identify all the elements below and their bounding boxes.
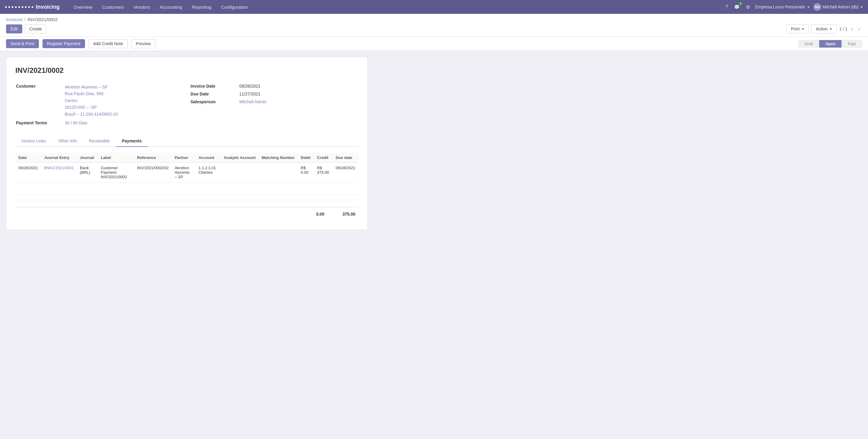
- meta-left: Customer Akretion Aluminio – SP Rua Paul…: [16, 82, 184, 127]
- cell-matching-number: [258, 162, 298, 182]
- tab-receivable[interactable]: Receivable: [83, 135, 116, 147]
- col-analytic-account: Analytic Account: [221, 153, 258, 163]
- company-name: Empresa Lucro Presumido: [755, 4, 805, 9]
- cell-journal: Bank (BRL): [77, 162, 98, 182]
- cell-date: 09/28/2021: [16, 162, 41, 182]
- settings-icon[interactable]: ⚙: [745, 3, 751, 11]
- col-debit: Debit: [298, 153, 314, 163]
- due-date-label: Due Date: [190, 90, 239, 98]
- customer-name-link[interactable]: Akretion Aluminio – SP: [65, 85, 107, 90]
- status-draft: Draft: [798, 40, 819, 47]
- debit-total: 0.00: [316, 212, 324, 216]
- prev-page-button[interactable]: ‹: [849, 25, 855, 33]
- page-indicator: 1 / 1: [839, 27, 847, 31]
- main-menu: Overview Customers Vendors Accounting Re…: [69, 3, 724, 11]
- topnav: Invoicing Overview Customers Vendors Acc…: [0, 0, 868, 14]
- user-avatar: MA: [813, 3, 821, 11]
- create-button[interactable]: Create: [25, 24, 46, 33]
- nav-customers[interactable]: Customers: [98, 3, 128, 11]
- tab-other-info[interactable]: Other Info: [52, 135, 83, 147]
- chat-badge: 1: [738, 2, 742, 5]
- col-account: Account: [195, 153, 221, 163]
- cell-partner: Akretion Aluminio – SP: [172, 162, 195, 182]
- pagination: 1 / 1 ‹ ›: [839, 25, 862, 33]
- cell-debit: R$ 0.00: [298, 162, 314, 182]
- totals-row: 0.00 375.00: [16, 207, 358, 221]
- invoice-date-value: 09/28/2021: [239, 82, 358, 90]
- customer-value: Akretion Aluminio – SP Rua Paulo Dias, 5…: [65, 82, 183, 119]
- col-journal-entry: Journal Entry: [41, 153, 77, 163]
- nav-accounting[interactable]: Accounting: [156, 3, 186, 11]
- company-selector[interactable]: Empresa Lucro Presumido ▼: [755, 4, 810, 9]
- tab-payments[interactable]: Payments: [116, 135, 148, 147]
- add-credit-note-button[interactable]: Add Credit Note: [89, 39, 128, 48]
- payments-table: Date Journal Entry Journal Label Referen…: [16, 153, 358, 182]
- col-label: Label: [98, 153, 134, 163]
- user-caret: ▼: [860, 5, 863, 9]
- due-date-value: 11/27/2021: [239, 90, 358, 98]
- company-caret: ▼: [807, 5, 810, 9]
- invoice-card: INV/2021/0002 Customer Akretion Aluminio…: [6, 57, 368, 230]
- col-credit: Credit: [314, 153, 333, 163]
- dates-table: Invoice Date 09/28/2021 Due Date 11/27/2…: [190, 82, 358, 106]
- action-button[interactable]: Action ▼: [811, 24, 837, 33]
- cell-reference: INV/2021/0002/02: [134, 162, 172, 182]
- customer-addr2: Centro: [65, 98, 78, 103]
- customer-addr3: 18125-000 – -SP: [65, 105, 97, 110]
- next-page-button[interactable]: ›: [857, 25, 862, 33]
- salesperson-value: Mitchell Admin: [239, 98, 358, 105]
- print-caret: ▼: [801, 27, 804, 31]
- edit-button[interactable]: Edit: [6, 24, 22, 33]
- status-bar: Send & Print Register Payment Add Credit…: [0, 37, 868, 51]
- topnav-right: ? 💬1 ⚙ Empresa Lucro Presumido ▼ MA Mitc…: [724, 3, 863, 11]
- salesperson-label: Salesperson: [190, 98, 239, 105]
- send-print-button[interactable]: Send & Print: [6, 39, 39, 48]
- user-menu[interactable]: MA Mitchell Admin (db) ▼: [813, 3, 863, 11]
- nav-overview[interactable]: Overview: [69, 3, 97, 11]
- col-journal: Journal: [77, 153, 98, 163]
- breadcrumb-parent[interactable]: Invoices: [6, 17, 23, 22]
- register-payment-button[interactable]: Register Payment: [42, 39, 85, 48]
- table-divider: [16, 195, 358, 195]
- salesperson-link[interactable]: Mitchell Admin: [239, 99, 267, 104]
- main-content: INV/2021/0002 Customer Akretion Aluminio…: [0, 51, 868, 236]
- customer-addr1: Rua Paulo Dias, 586: [65, 91, 103, 96]
- meta-right: Invoice Date 09/28/2021 Due Date 11/27/2…: [190, 82, 358, 127]
- toolbar: Edit Create Print ▼ Action ▼ 1 / 1 ‹ ›: [6, 24, 862, 33]
- print-button[interactable]: Print ▼: [786, 24, 809, 33]
- col-date: Date: [16, 153, 41, 163]
- cell-account: 1.1.2.1.01 Clientes: [195, 162, 221, 182]
- col-reference: Reference: [134, 153, 172, 163]
- col-partner: Partner: [172, 153, 195, 163]
- invoice-date-label: Invoice Date: [190, 82, 239, 90]
- payment-terms-link[interactable]: 30 / 60 Dias: [65, 121, 87, 125]
- table-row: 09/28/2021 BNK1/2021/0001 Bank (BRL) Cus…: [16, 162, 358, 182]
- preview-button[interactable]: Preview: [131, 39, 156, 48]
- breadcrumb-current: INV/2021/0002: [27, 17, 58, 22]
- nav-reporting[interactable]: Reporting: [187, 3, 216, 11]
- cell-journal-entry: BNK1/2021/0001: [41, 162, 77, 182]
- customer-table: Customer Akretion Aluminio – SP Rua Paul…: [16, 82, 184, 127]
- nav-vendors[interactable]: Vendors: [129, 3, 154, 11]
- invoice-number: INV/2021/0002: [16, 66, 358, 75]
- nav-configuration[interactable]: Configuration: [217, 3, 252, 11]
- breadcrumb-sep: /: [24, 17, 26, 22]
- chat-icon[interactable]: 💬1: [733, 3, 741, 11]
- credit-total: 375.00: [342, 212, 355, 216]
- action-caret: ▼: [830, 27, 832, 31]
- tab-invoice-lines[interactable]: Invoice Lines: [16, 135, 52, 147]
- status-steps: Draft Open Paid: [798, 40, 862, 47]
- cell-analytic-account: [221, 162, 258, 182]
- breadcrumb: Invoices / INV/2021/0002: [6, 17, 862, 22]
- app-grid-icon[interactable]: [5, 6, 33, 8]
- help-icon[interactable]: ?: [724, 3, 729, 11]
- payment-terms-label: Payment Terms: [16, 119, 64, 127]
- payment-terms-value: 30 / 60 Dias: [65, 119, 183, 127]
- journal-entry-link[interactable]: BNK1/2021/0001: [44, 166, 74, 170]
- status-open: Open: [819, 40, 842, 47]
- tabs: Invoice Lines Other Info Receivable Paym…: [16, 135, 358, 147]
- col-due-date: Due date: [333, 153, 358, 163]
- customer-label: Customer: [16, 82, 64, 119]
- status-paid: Paid: [841, 40, 862, 47]
- user-name: Mitchell Admin (db): [823, 4, 858, 9]
